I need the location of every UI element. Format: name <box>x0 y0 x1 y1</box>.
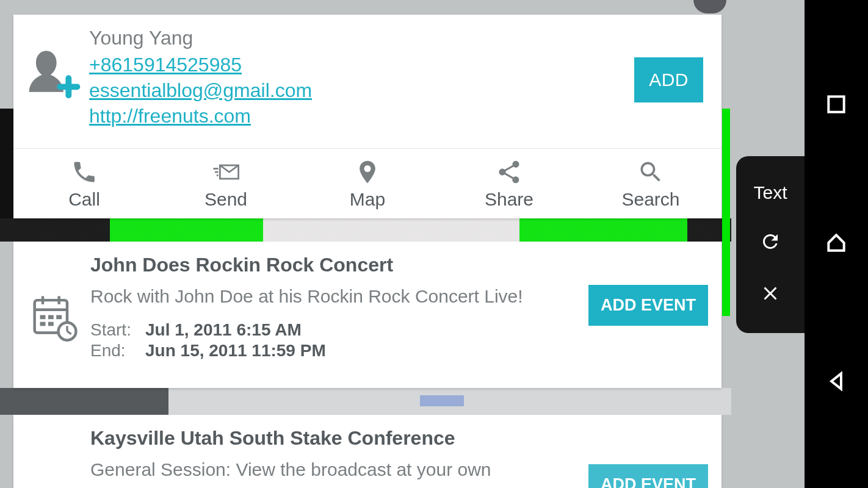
event-description: Rock with John Doe at his Rockin Rock Co… <box>90 285 581 308</box>
background-scan-strip <box>0 218 731 242</box>
action-row: Call Send Map <box>13 148 722 218</box>
back-triangle-icon <box>825 370 848 393</box>
start-value: Jul 1, 2011 6:15 AM <box>145 320 302 340</box>
nav-back-button[interactable] <box>825 370 848 395</box>
android-navbar <box>805 0 868 488</box>
svg-rect-22 <box>828 97 844 112</box>
map-action[interactable]: Map <box>297 149 438 218</box>
svg-rect-12 <box>56 315 62 320</box>
share-icon <box>496 159 523 185</box>
contact-name: Young Yang <box>89 27 634 49</box>
svg-rect-14 <box>48 322 54 326</box>
end-value: Jun 15, 2011 11:59 PM <box>145 341 326 361</box>
call-label: Call <box>68 189 100 210</box>
svg-rect-10 <box>40 315 46 320</box>
send-icon <box>212 159 239 185</box>
background-scan-edge <box>722 109 730 316</box>
contact-card: Young Yang +8615914525985 essentialblog@… <box>13 15 722 218</box>
background-strip-blue <box>420 395 464 406</box>
svg-rect-13 <box>40 322 46 326</box>
search-label: Search <box>621 189 679 210</box>
app-content: Young Yang +8615914525985 essentialblog@… <box>0 0 805 488</box>
search-action[interactable]: Search <box>580 149 722 218</box>
end-label: End: <box>90 341 145 361</box>
refresh-button[interactable] <box>759 231 781 255</box>
map-pin-icon <box>354 159 381 185</box>
background-strip-dark <box>0 388 168 415</box>
side-panel: Text <box>736 156 805 333</box>
background-qr-fragment <box>0 109 13 218</box>
contact-email-link[interactable]: essentialblog@gmail.com <box>89 77 634 103</box>
event-card-2: Kaysville Utah South Stake Conference Ge… <box>13 415 722 488</box>
share-label: Share <box>485 189 533 210</box>
home-icon <box>825 231 848 254</box>
call-action[interactable]: Call <box>13 149 155 218</box>
event-description: General Session: View the broadcast at y… <box>90 458 581 481</box>
event-title: John Does Rockin Rock Concert <box>90 254 708 276</box>
calendar-event-icon <box>23 427 87 488</box>
event-title: Kaysville Utah South Stake Conference <box>90 427 708 450</box>
add-contact-button[interactable]: ADD <box>634 57 703 102</box>
map-label: Map <box>350 189 385 210</box>
contact-website-link[interactable]: http://freenuts.com <box>89 103 634 129</box>
nav-home-button[interactable] <box>825 231 848 257</box>
add-event-button-1[interactable]: ADD EVENT <box>588 285 708 326</box>
close-button[interactable] <box>759 282 781 307</box>
add-event-button-2[interactable]: ADD EVENT <box>588 464 708 488</box>
square-icon <box>825 93 848 116</box>
side-text-button[interactable]: Text <box>753 182 787 203</box>
share-action[interactable]: Share <box>438 149 580 218</box>
close-icon <box>759 282 781 304</box>
contact-phone-link[interactable]: +8615914525985 <box>89 52 634 77</box>
refresh-icon <box>759 231 781 253</box>
start-label: Start: <box>90 320 145 340</box>
phone-icon <box>71 159 98 185</box>
add-contact-icon <box>26 27 81 99</box>
search-icon <box>637 159 664 185</box>
svg-rect-11 <box>48 315 54 320</box>
send-label: Send <box>204 189 247 210</box>
calendar-event-icon <box>23 254 87 382</box>
send-action[interactable]: Send <box>155 149 297 218</box>
nav-overview-button[interactable] <box>825 93 848 118</box>
notification-peek <box>693 0 726 13</box>
event-card-1: John Does Rockin Rock Concert Rock with … <box>13 242 722 388</box>
